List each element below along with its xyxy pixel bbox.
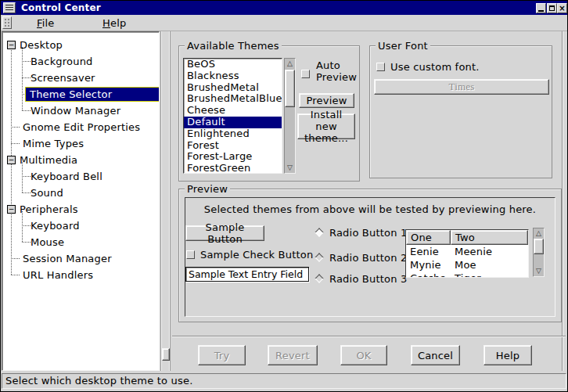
panel-edge: [562, 31, 563, 371]
tree-item-theme-selector[interactable]: Theme Selector: [26, 88, 159, 101]
statusbar: Select which desktop theme to use.: [2, 373, 566, 389]
column-header-two[interactable]: Two: [451, 230, 528, 245]
cancel-button[interactable]: Cancel: [411, 345, 460, 365]
font-picker-button: Times: [374, 79, 549, 95]
preview-note: Selected themes from above will be teste…: [185, 203, 555, 215]
theme-list[interactable]: BeOS Blackness BrushedMetal BrushedMetal…: [183, 58, 282, 174]
tree-item-gnome-edit[interactable]: Gnome Edit Properties: [23, 120, 140, 134]
theme-item[interactable]: Forest: [184, 140, 282, 152]
table-row[interactable]: Mynie Moe: [406, 258, 528, 272]
tree-item-mime-types[interactable]: Mime Types: [23, 137, 84, 150]
use-custom-font-checkbox[interactable]: [376, 63, 385, 71]
tree-guide-line: [11, 258, 20, 259]
tree-guide-line: [22, 176, 31, 177]
tree-item-mouse[interactable]: Mouse: [31, 236, 64, 249]
preview-button[interactable]: Preview: [299, 93, 354, 108]
sample-checkbox-label[interactable]: Sample Check Button: [200, 248, 313, 261]
ok-button: OK: [340, 345, 387, 365]
paned-divider[interactable]: [160, 31, 171, 371]
theme-item[interactable]: BeOS: [184, 59, 282, 70]
theme-item[interactable]: Blackness: [184, 70, 282, 82]
scroll-down-icon[interactable]: ▽: [534, 266, 544, 276]
tree-guide-line: [22, 47, 23, 110]
tree-item-screensaver[interactable]: Screensaver: [31, 71, 95, 85]
table-row[interactable]: Catcha Tiger: [406, 272, 528, 278]
scrollbar-thumb[interactable]: [285, 70, 295, 107]
menubar: File Help: [1, 15, 567, 31]
tree-guide-line: [11, 275, 20, 275]
tree-item-multimedia[interactable]: Multimedia: [20, 153, 77, 167]
capplet-tree: − − − Desktop Background Screensaver The…: [2, 31, 160, 371]
tree-item-keyboard-bell[interactable]: Keyboard Bell: [31, 170, 102, 183]
table-cell: Meenie: [451, 245, 528, 258]
separator: [172, 336, 566, 337]
paned-handle[interactable]: [162, 348, 170, 361]
tree-guide-line: [11, 143, 20, 144]
radio-button-3-label[interactable]: Radio Button 3: [329, 272, 407, 286]
expander-icon[interactable]: −: [7, 156, 16, 164]
tree-guide-line: [22, 242, 31, 243]
radio-button-2-label[interactable]: Radio Button 2: [329, 251, 407, 264]
sample-table[interactable]: One Two Eenie Meenie Mynie Moe Catcha Ti…: [405, 229, 529, 278]
user-font-label: User Font: [376, 39, 430, 52]
maximize-button[interactable]: [547, 3, 557, 13]
titlebar[interactable]: Control Center ×: [1, 1, 567, 15]
tree-guide-line: [22, 225, 31, 226]
auto-preview-checkbox[interactable]: [301, 70, 310, 78]
radio-button-1-label[interactable]: Radio Button 1: [329, 226, 407, 239]
sample-text-entry[interactable]: [185, 267, 309, 282]
theme-list-scrollbar[interactable]: △ ▽: [284, 58, 296, 174]
column-header-one[interactable]: One: [406, 230, 451, 245]
tree-item-background[interactable]: Background: [31, 55, 93, 68]
tree-item-window-manager[interactable]: Window Manager: [31, 104, 120, 117]
expander-icon[interactable]: −: [7, 205, 16, 214]
menu-lines-icon: [5, 5, 13, 12]
menu-help[interactable]: Help: [102, 16, 126, 30]
tree-item-desktop[interactable]: Desktop: [20, 38, 63, 52]
auto-preview-label[interactable]: Auto Preview: [316, 59, 361, 83]
scrollbar-thumb[interactable]: [534, 239, 544, 254]
use-custom-font-label[interactable]: Use custom font.: [390, 60, 480, 74]
scroll-up-icon[interactable]: △: [534, 228, 544, 239]
tree-item-url-handlers[interactable]: URL Handlers: [23, 268, 93, 282]
scroll-down-icon[interactable]: ▽: [285, 163, 295, 173]
window-title: Control Center: [21, 2, 101, 14]
menu-file[interactable]: File: [37, 16, 55, 30]
tree-item-keyboard[interactable]: Keyboard: [31, 219, 80, 232]
tree-item-sound[interactable]: Sound: [31, 186, 63, 200]
window-menu-icon[interactable]: [3, 2, 16, 13]
preview-frame-label: Preview: [185, 182, 230, 196]
scroll-up-icon[interactable]: △: [285, 59, 295, 69]
theme-item[interactable]: ForestGreen: [184, 163, 282, 174]
table-row[interactable]: Eenie Meenie: [406, 245, 528, 258]
theme-item[interactable]: BrushedMetalBlue: [184, 93, 282, 105]
expander-icon[interactable]: −: [7, 41, 16, 49]
theme-item[interactable]: BrushedMetal: [184, 82, 282, 94]
table-cell: Mynie: [406, 258, 451, 272]
theme-item[interactable]: Cheese: [184, 105, 282, 117]
tree-guide-line: [11, 127, 20, 128]
try-button: Try: [198, 345, 246, 365]
table-cell: Moe: [451, 258, 528, 272]
tree-guide-line: [22, 110, 31, 111]
table-cell: Catcha: [406, 272, 451, 278]
menubar-drag-handle[interactable]: [2, 16, 12, 29]
revert-button: Revert: [268, 345, 318, 365]
minimize-icon: [538, 10, 544, 12]
close-button[interactable]: ×: [557, 3, 567, 13]
sample-button[interactable]: Sample Button: [185, 225, 264, 241]
table-cell: Eenie: [406, 245, 451, 258]
install-theme-button[interactable]: Install new theme...: [297, 113, 355, 139]
help-button[interactable]: Help: [484, 345, 532, 365]
tree-item-session-manager[interactable]: Session Manager: [23, 252, 112, 265]
table-cell: Tiger: [451, 272, 528, 278]
sample-checkbox[interactable]: [186, 250, 195, 259]
theme-item[interactable]: Enlightened: [184, 128, 282, 140]
maximize-icon: [549, 5, 555, 11]
theme-item[interactable]: Forest-Large: [184, 151, 282, 163]
sample-table-scrollbar[interactable]: △ ▽: [533, 228, 545, 277]
tree-guide-line: [22, 192, 31, 193]
minimize-button[interactable]: [536, 3, 546, 13]
tree-item-peripherals[interactable]: Peripherals: [20, 203, 78, 216]
theme-item-selected[interactable]: Default: [184, 117, 282, 128]
